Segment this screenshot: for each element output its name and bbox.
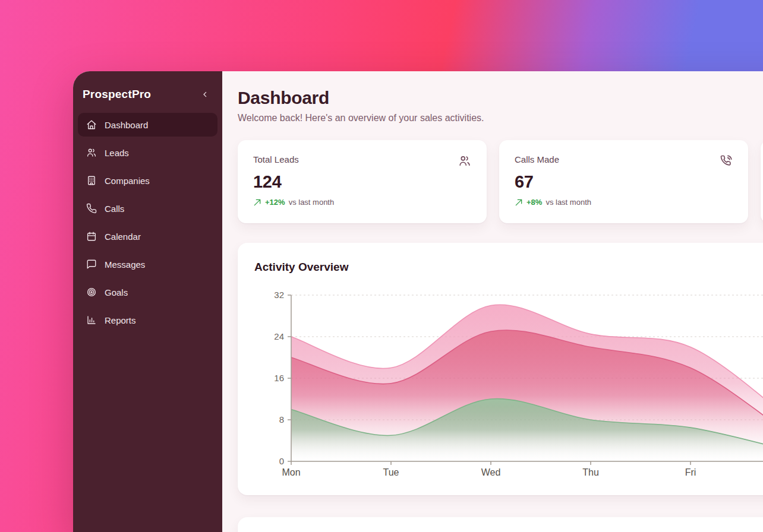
activity-area-chart: 08162432MonTueWedThuFriSat: [238, 243, 763, 495]
sidebar-item-label: Reports: [105, 315, 136, 325]
next-section-card-partial: [238, 517, 763, 532]
stat-value: 124: [253, 172, 471, 192]
trend-up-icon: [253, 198, 261, 207]
stat-card-partial: [761, 140, 763, 223]
sidebar-item-label: Leads: [105, 148, 129, 158]
sidebar-item-messages[interactable]: Messages: [78, 252, 217, 276]
chevron-left-icon: [200, 90, 210, 99]
y-tick-label: 16: [274, 373, 284, 383]
phone-icon: [86, 203, 97, 214]
stats-row: Total Leads 124 +12% vs last month Calls…: [238, 140, 763, 223]
phone-call-icon: [720, 154, 733, 167]
stat-change-note: vs last month: [546, 198, 591, 207]
calendar-icon: [86, 231, 97, 242]
y-tick-label: 32: [274, 290, 284, 300]
brand-logo: ProspectPro: [83, 88, 151, 101]
stat-change: +12% vs last month: [253, 198, 471, 207]
stat-change: +8% vs last month: [515, 198, 733, 207]
main-content: Dashboard Welcome back! Here's an overvi…: [222, 71, 763, 532]
desktop-background: { "window": { "brand": "ProspectPro" }, …: [0, 0, 763, 532]
sidebar-item-label: Companies: [105, 176, 150, 186]
stat-change-percent: +12%: [265, 198, 285, 207]
sidebar: ProspectPro DashboardLeadsCompaniesCalls…: [73, 71, 222, 532]
sidebar-item-calendar[interactable]: Calendar: [78, 224, 217, 248]
trend-up-icon: [515, 198, 523, 207]
x-tick-label: Thu: [582, 467, 599, 477]
sidebar-item-leads[interactable]: Leads: [78, 141, 217, 164]
target-icon: [86, 287, 97, 297]
x-tick-label: Fri: [685, 467, 696, 477]
sidebar-header: ProspectPro: [73, 86, 222, 101]
x-tick-label: Mon: [282, 467, 300, 477]
sidebar-item-reports[interactable]: Reports: [78, 308, 217, 332]
stat-card-header: Total Leads: [253, 154, 471, 167]
stat-change-note: vs last month: [289, 198, 335, 207]
activity-overview-card: Activity Overview 08162432MonTueWedThuFr…: [238, 243, 763, 495]
stat-change-percent: +8%: [526, 198, 542, 207]
users-icon: [458, 154, 471, 167]
sidebar-item-label: Calendar: [105, 232, 141, 242]
stat-label: Total Leads: [253, 154, 299, 164]
bar-chart-icon: [86, 315, 97, 325]
sidebar-item-calls[interactable]: Calls: [78, 197, 217, 220]
stat-label: Calls Made: [515, 154, 559, 164]
page-title: Dashboard: [238, 88, 763, 109]
page-subtitle: Welcome back! Here's an overview of your…: [238, 112, 763, 125]
sidebar-item-companies[interactable]: Companies: [78, 169, 217, 192]
y-tick-label: 24: [274, 331, 284, 341]
sidebar-item-label: Messages: [105, 259, 145, 270]
stat-card-calls-made: Calls Made 67 +8% vs last month: [499, 140, 748, 223]
sidebar-item-label: Dashboard: [105, 120, 148, 130]
stat-card-header: Calls Made: [515, 154, 733, 167]
y-tick-label: 0: [279, 456, 284, 466]
building-icon: [86, 175, 97, 186]
sidebar-nav: DashboardLeadsCompaniesCallsCalendarMess…: [73, 113, 222, 332]
stat-value: 67: [515, 172, 733, 192]
sidebar-item-goals[interactable]: Goals: [78, 280, 217, 304]
x-tick-label: Tue: [383, 467, 399, 477]
sidebar-collapse-button[interactable]: [198, 88, 212, 101]
stat-card-total-leads: Total Leads 124 +12% vs last month: [238, 140, 487, 223]
sidebar-item-dashboard[interactable]: Dashboard: [78, 113, 217, 137]
message-icon: [86, 259, 97, 270]
sidebar-item-label: Calls: [105, 204, 124, 214]
app-window: ProspectPro DashboardLeadsCompaniesCalls…: [73, 71, 763, 532]
y-tick-label: 8: [279, 414, 284, 425]
sidebar-item-label: Goals: [105, 287, 128, 297]
home-icon: [86, 119, 97, 130]
x-tick-label: Wed: [481, 467, 501, 477]
users-icon: [86, 147, 97, 158]
